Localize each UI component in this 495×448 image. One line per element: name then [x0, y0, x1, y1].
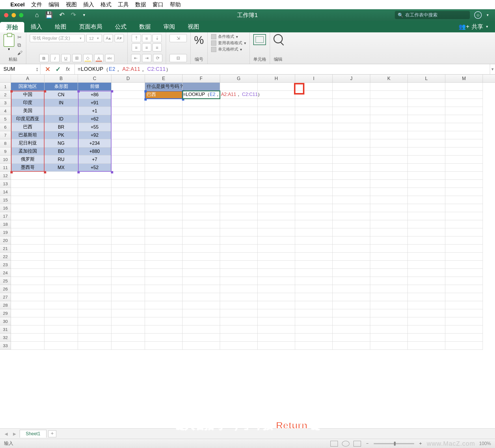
cell-F16[interactable] [183, 204, 220, 212]
cell-B29[interactable] [44, 309, 78, 317]
row-header[interactable]: 9 [0, 147, 11, 155]
col-header-A[interactable]: A [11, 75, 44, 82]
cell-A15[interactable] [11, 196, 44, 204]
decrease-font-icon[interactable]: A▾ [115, 34, 124, 42]
format-painter-icon[interactable]: 🖌 [17, 50, 23, 56]
cell-K14[interactable] [370, 188, 408, 196]
cell-G8[interactable] [220, 139, 258, 147]
cell-B20[interactable] [44, 236, 78, 245]
cell-F30[interactable] [183, 317, 220, 325]
cell-L15[interactable] [408, 196, 445, 204]
cell-J15[interactable] [333, 196, 370, 204]
cell-H25[interactable] [258, 277, 295, 285]
cell-B32[interactable] [44, 334, 78, 342]
cell-E21[interactable] [145, 245, 183, 253]
cell-H26[interactable] [258, 285, 295, 293]
cell-L27[interactable] [408, 293, 445, 301]
menu-window[interactable]: 窗口 [152, 1, 163, 8]
cell-F33[interactable] [183, 342, 220, 350]
qat-dropdown-icon[interactable]: ▼ [82, 13, 86, 17]
cell-B7[interactable]: PK [44, 131, 78, 139]
cell-G6[interactable] [220, 123, 258, 131]
col-header-D[interactable]: D [111, 75, 145, 82]
cell-D31[interactable] [111, 325, 145, 334]
cell-C9[interactable]: +880 [78, 147, 111, 155]
zoom-level[interactable]: 100% [479, 441, 491, 446]
cell-C18[interactable] [78, 220, 111, 228]
decrease-indent-icon[interactable]: ⇤ [131, 54, 140, 62]
cell-K15[interactable] [370, 196, 408, 204]
cell-F22[interactable] [183, 253, 220, 261]
cell-A28[interactable] [11, 301, 44, 309]
cell-L5[interactable] [408, 115, 445, 123]
cell-H4[interactable] [258, 107, 295, 115]
cell-B33[interactable] [44, 342, 78, 350]
cell-G28[interactable] [220, 301, 258, 309]
cell-K6[interactable] [370, 123, 408, 131]
cell-C28[interactable] [78, 301, 111, 309]
spreadsheet-grid[interactable]: A B C D E F G H I J K L M 1国家地区条形图前缀什么是拨… [0, 75, 495, 428]
cell-B16[interactable] [44, 204, 78, 212]
cell-C15[interactable] [78, 196, 111, 204]
row-header[interactable]: 4 [0, 107, 11, 115]
cell-C31[interactable] [78, 325, 111, 334]
cell-F12[interactable] [183, 172, 220, 180]
row-header[interactable]: 3 [0, 99, 11, 107]
cell-D5[interactable] [111, 115, 145, 123]
cell-G3[interactable] [220, 99, 258, 107]
col-header-M[interactable]: M [445, 75, 483, 82]
cell-E4[interactable] [145, 107, 183, 115]
cell-H5[interactable] [258, 115, 295, 123]
cell-A5[interactable]: 印度尼西亚 [11, 115, 44, 123]
cell-M9[interactable] [445, 147, 483, 155]
cell-C17[interactable] [78, 212, 111, 220]
cell-F9[interactable] [183, 147, 220, 155]
cell-K8[interactable] [370, 139, 408, 147]
cell-F26[interactable] [183, 285, 220, 293]
cell-H22[interactable] [258, 253, 295, 261]
cell-A25[interactable] [11, 277, 44, 285]
cell-F4[interactable] [183, 107, 220, 115]
cell-J14[interactable] [333, 188, 370, 196]
cell-L32[interactable] [408, 334, 445, 342]
cell-M6[interactable] [445, 123, 483, 131]
cell-A3[interactable]: 印度 [11, 99, 44, 107]
cell-I32[interactable] [295, 334, 333, 342]
cell-C21[interactable] [78, 245, 111, 253]
cell-H16[interactable] [258, 204, 295, 212]
undo-icon[interactable]: ↶ [59, 11, 64, 19]
cell-B25[interactable] [44, 277, 78, 285]
cell-M29[interactable] [445, 309, 483, 317]
cell-D25[interactable] [111, 277, 145, 285]
cell-A21[interactable] [11, 245, 44, 253]
cell-J16[interactable] [333, 204, 370, 212]
cell-L24[interactable] [408, 269, 445, 277]
cell-J23[interactable] [333, 261, 370, 269]
cell-D10[interactable] [111, 155, 145, 164]
cell-L12[interactable] [408, 172, 445, 180]
row-header[interactable]: 21 [0, 245, 11, 253]
cell-J17[interactable] [333, 212, 370, 220]
cell-L10[interactable] [408, 155, 445, 164]
cell-L18[interactable] [408, 220, 445, 228]
cell-G9[interactable] [220, 147, 258, 155]
phonetic-button[interactable]: abc [105, 54, 114, 62]
cell-D15[interactable] [111, 196, 145, 204]
cell-F2[interactable]: =LOOKUP（E2， A2:A11， C2:C11） [183, 91, 220, 99]
col-header-E[interactable]: E [145, 75, 183, 82]
align-bottom-icon[interactable]: ⇣ [152, 34, 162, 42]
cell-E11[interactable] [145, 164, 183, 172]
tab-review[interactable]: 审阅 [157, 21, 181, 32]
cell-H28[interactable] [258, 301, 295, 309]
cell-J3[interactable] [333, 99, 370, 107]
cell-B9[interactable]: BD [44, 147, 78, 155]
feedback-icon[interactable]: ☺ [474, 11, 482, 19]
cell-M14[interactable] [445, 188, 483, 196]
cell-E18[interactable] [145, 220, 183, 228]
cell-C20[interactable] [78, 236, 111, 245]
cell-I21[interactable] [295, 245, 333, 253]
cell-B1[interactable]: 条形图 [44, 83, 78, 91]
cell-K16[interactable] [370, 204, 408, 212]
share-button[interactable]: 👥+ 共享 ▼ [452, 21, 495, 32]
font-name-select[interactable]: 等线 Regular (正文)▼ [30, 34, 85, 42]
